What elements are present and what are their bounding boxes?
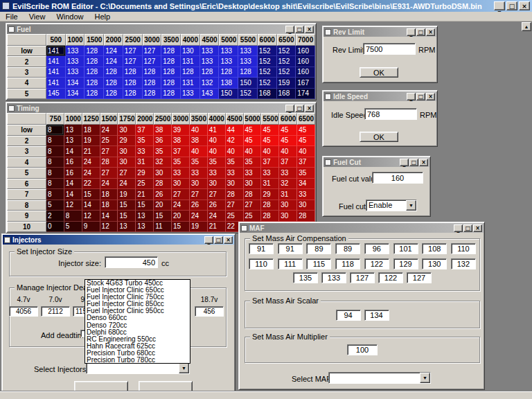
fuel-cell[interactable]: 128	[161, 89, 181, 99]
timing-cell[interactable]: 45	[244, 125, 262, 136]
timing-cell[interactable]: 35	[244, 157, 262, 168]
menu-view[interactable]: View	[24, 12, 51, 21]
timing-cell[interactable]: 33	[208, 168, 226, 179]
rev-limit-input[interactable]: 7500	[363, 43, 416, 55]
fuel-cell[interactable]: 124	[104, 56, 123, 66]
timing-cell[interactable]: 14	[100, 211, 118, 222]
menu-help[interactable]: Help	[89, 12, 116, 21]
fuel-cell[interactable]: 152	[238, 89, 258, 99]
fuel-cell[interactable]: 128	[123, 78, 143, 88]
fuel-cell[interactable]: 160	[296, 67, 315, 78]
timing-cell[interactable]: 32	[279, 179, 297, 190]
timing-cell[interactable]: 31	[279, 189, 297, 200]
fuel-cell[interactable]: 128	[85, 67, 104, 78]
fuel-cell[interactable]: 127	[143, 56, 162, 66]
timing-cell[interactable]: 27	[190, 189, 208, 200]
maf-value-field[interactable]: 110	[249, 258, 274, 269]
timing-cell[interactable]: 16	[64, 157, 82, 168]
fuel-cell[interactable]: 133	[66, 56, 85, 66]
fuel-cell[interactable]: 134	[66, 89, 85, 99]
maf-value-field[interactable]: 111	[278, 258, 303, 269]
fuel-cell[interactable]: 133	[219, 56, 238, 66]
fuel-cell[interactable]: 168	[277, 89, 296, 99]
fuel-cell[interactable]: 141	[46, 56, 66, 66]
timing-cell[interactable]: 12	[82, 211, 100, 222]
maf-value-field[interactable]: 129	[393, 258, 418, 269]
fuel-cell[interactable]: 168	[258, 89, 277, 99]
fuel-cell[interactable]: 133	[238, 46, 258, 56]
fuel-cell[interactable]: 132	[200, 78, 220, 88]
maf-titlebar[interactable]: MAF _□×	[240, 223, 484, 233]
timing-cell[interactable]: 18	[100, 189, 118, 200]
close-icon[interactable]: ×	[305, 26, 314, 33]
timing-cell[interactable]: 38	[154, 125, 172, 136]
idle-speed-titlebar[interactable]: Idle Speed _□×	[323, 91, 436, 101]
fuel-cell[interactable]: 160	[296, 56, 315, 66]
timing-cell[interactable]: 27	[172, 189, 190, 200]
timing-cell[interactable]: 8	[46, 136, 64, 147]
fuel-cell[interactable]: 127	[143, 46, 162, 56]
timing-cell[interactable]: 30	[190, 179, 208, 190]
fuel-cell[interactable]: 131	[181, 56, 200, 66]
maf-value-field[interactable]: 127	[350, 272, 375, 283]
timing-cell[interactable]: 28	[261, 211, 279, 222]
timing-cell[interactable]: 15	[172, 222, 190, 233]
minimize-icon[interactable]: _	[494, 1, 505, 10]
maf-value-field[interactable]: 89	[335, 243, 360, 254]
minimize-icon[interactable]: _	[285, 26, 294, 33]
minimize-icon[interactable]: _	[454, 224, 463, 232]
timing-cell[interactable]: 45	[279, 125, 297, 136]
maf-value-field[interactable]: 108	[422, 243, 447, 254]
fuel-cut-titlebar[interactable]: Fuel Cut _□×	[323, 157, 429, 167]
fuel-cell[interactable]: 152	[258, 78, 277, 88]
minimize-icon[interactable]: _	[400, 159, 409, 166]
fuel-cell[interactable]: 128	[85, 78, 104, 88]
timing-cell[interactable]: 31	[261, 179, 279, 190]
deadtime-value-field[interactable]: 4056	[9, 306, 38, 317]
maximize-icon[interactable]: □	[416, 28, 425, 36]
timing-cell[interactable]: 35	[297, 168, 315, 179]
fuel-cell[interactable]: 133	[66, 46, 85, 56]
timing-cell[interactable]: 38	[172, 136, 190, 147]
timing-cell[interactable]: 40	[244, 146, 262, 157]
timing-cell[interactable]: 30	[297, 200, 315, 211]
timing-cell[interactable]: 29	[118, 136, 136, 147]
timing-cell[interactable]: 24	[208, 211, 226, 222]
maf-value-field[interactable]: 127	[407, 272, 432, 283]
timing-cell[interactable]: 37	[279, 157, 297, 168]
fuel-cell[interactable]: 128	[85, 89, 104, 99]
timing-cell[interactable]: 15	[118, 211, 136, 222]
timing-cell[interactable]: 30	[226, 179, 244, 190]
main-titlebar[interactable]: EvilScribe ROM Editor - C:\Documents and…	[0, 0, 532, 12]
timing-cell[interactable]: 14	[64, 179, 82, 190]
fuel-cell[interactable]: 133	[200, 56, 220, 66]
timing-cell[interactable]: 8	[64, 211, 82, 222]
timing-cell[interactable]: 30	[279, 200, 297, 211]
timing-cell[interactable]: 28	[226, 189, 244, 200]
timing-cell[interactable]: 40	[208, 136, 226, 147]
timing-cell[interactable]: 5	[64, 222, 82, 233]
rev-limit-titlebar[interactable]: Rev Limit _□×	[323, 27, 436, 37]
maf-value-field[interactable]: 132	[451, 258, 476, 269]
fuel-cell[interactable]: 128	[161, 78, 181, 88]
timing-cell[interactable]: 45	[297, 136, 315, 147]
timing-cell[interactable]: 35	[208, 157, 226, 168]
timing-cell[interactable]: 27	[244, 200, 262, 211]
timing-cell[interactable]: 45	[261, 125, 279, 136]
timing-cell[interactable]: 25	[136, 179, 154, 190]
maximize-icon[interactable]: □	[295, 105, 304, 112]
timing-cell[interactable]: 33	[190, 168, 208, 179]
timing-cell[interactable]: 8	[46, 168, 64, 179]
fuel-cell[interactable]: 128	[143, 67, 162, 78]
timing-cell[interactable]: 27	[100, 146, 118, 157]
timing-cell[interactable]: 37	[261, 157, 279, 168]
fuel-cell[interactable]: 128	[85, 46, 104, 56]
fuel-cell[interactable]: 143	[200, 89, 220, 99]
fuel-cell[interactable]: 131	[181, 78, 200, 88]
timing-cell[interactable]: 44	[226, 125, 244, 136]
minimize-icon[interactable]: _	[407, 93, 416, 100]
timing-cell[interactable]: 28	[261, 200, 279, 211]
maf-value-field[interactable]: 94	[336, 310, 361, 321]
fuel-cell[interactable]: 128	[123, 67, 143, 78]
fuel-cell[interactable]: 174	[296, 89, 315, 99]
